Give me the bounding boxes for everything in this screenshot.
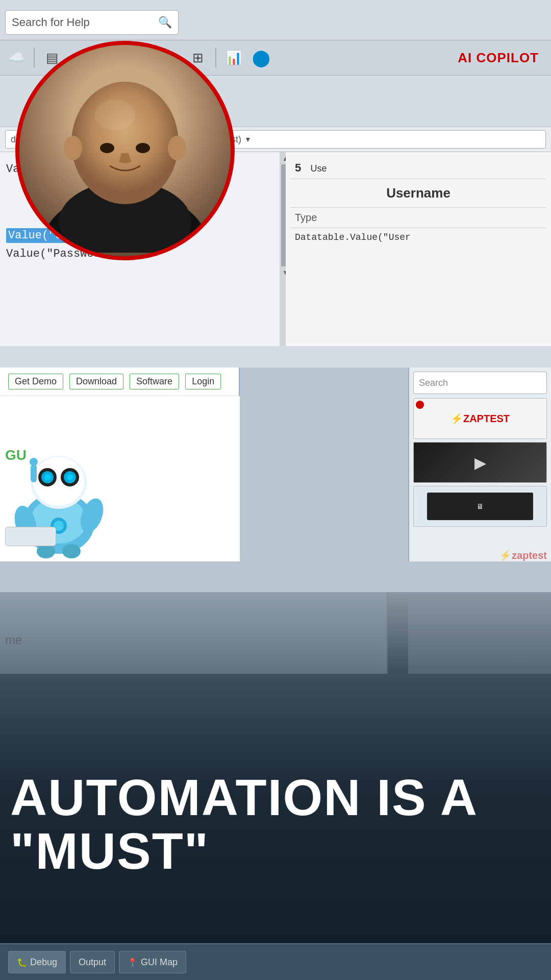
partial-text-me: me	[5, 633, 22, 647]
debug-tab-label: Debug	[30, 957, 57, 968]
monitor-icon: 🖥	[477, 502, 484, 510]
search-box-right[interactable]: Search	[413, 372, 547, 394]
status-tab-debug[interactable]: 🐛 Debug	[8, 951, 66, 973]
svg-point-17	[44, 474, 51, 480]
status-bar: 🐛 Debug Output 📍 GUI Map	[0, 943, 551, 980]
svg-point-20	[30, 458, 38, 466]
column-partial: Use	[311, 163, 327, 174]
zaptest-logo: ⚡ZAPTEST	[450, 412, 510, 425]
website-glimpse-right	[408, 592, 551, 674]
map-pin-icon: 📍	[128, 958, 138, 967]
status-tab-gui-map[interactable]: 📍 GUI Map	[119, 951, 186, 973]
data-row-number: 5 Use	[291, 157, 546, 179]
dropdown-arrow-2: ▼	[244, 135, 252, 143]
nav-software[interactable]: Software	[130, 374, 179, 389]
svg-point-25	[37, 544, 55, 558]
website-left-panel: Get Demo Download Software Login ⬆	[0, 368, 240, 561]
svg-point-5	[168, 136, 186, 160]
debug-icon: 🐛	[17, 958, 27, 967]
output-tab-label: Output	[79, 957, 106, 968]
portrait-container	[15, 41, 235, 260]
website-right-panel: Search ⚡ZAPTEST ▶ 🖥	[408, 368, 551, 561]
status-tab-output[interactable]: Output	[70, 951, 115, 973]
gui-label: GU	[5, 447, 27, 463]
play-icon: ▶	[474, 454, 486, 472]
search-icon: 🔍	[158, 16, 172, 29]
gui-map-tab-label: GUI Map	[141, 957, 178, 968]
nav-get-demo[interactable]: Get Demo	[8, 374, 63, 389]
svg-rect-19	[31, 464, 37, 482]
search-right-label: Search	[419, 378, 448, 388]
website-glimpse-left	[0, 592, 388, 674]
data-type-value: Datatable.Value("User	[291, 228, 546, 247]
thumbnail-3: 🖥	[413, 486, 547, 527]
search-bar[interactable]: Search for Help 🔍	[5, 10, 179, 35]
nav-download[interactable]: Download	[69, 374, 123, 389]
data-panel: 5 Use Username Type Datatable.Value("Use…	[286, 152, 551, 346]
svg-point-4	[64, 136, 82, 160]
website-nav: Get Demo Download Software Login	[0, 368, 239, 396]
portrait-circle	[15, 41, 235, 260]
svg-point-18	[67, 474, 73, 480]
headline-line-2: "MUST"	[10, 824, 541, 878]
middle-section: Get Demo Download Software Login ⬆	[0, 368, 551, 592]
robot-area: GU	[0, 396, 240, 561]
record-icon[interactable]: ⬤	[249, 45, 273, 70]
svg-point-8	[94, 100, 135, 130]
person-silhouette	[28, 48, 222, 253]
data-type-label: Type	[291, 208, 546, 228]
bottom-section: me AUTOMATION IS A "MUST" 🐛 Debug Output…	[0, 592, 551, 980]
thumbnail-2: ▶	[413, 442, 547, 483]
svg-point-6	[100, 143, 114, 153]
svg-point-3	[71, 82, 179, 204]
svg-point-7	[136, 143, 150, 153]
nav-login[interactable]: Login	[185, 374, 221, 389]
chat-bubble	[5, 527, 56, 546]
ai-copilot-button[interactable]: AI COPILOT	[449, 50, 547, 66]
top-section: Search for Help 🔍 ☁️ ▤ ≡ ⟨⟩ ⚙ 🔍 ⊞ 📊 ⬤ AI…	[0, 0, 551, 368]
svg-point-26	[62, 544, 81, 558]
data-column-header: Username	[291, 179, 546, 208]
thumbnail-1: ⚡ZAPTEST	[413, 398, 547, 439]
zaptest-bottom-logo: ⚡zaptest	[499, 549, 547, 561]
headline-line-1: AUTOMATION IS A	[10, 771, 541, 824]
search-bar-label: Search for Help	[12, 16, 90, 29]
automation-headline: AUTOMATION IS A "MUST"	[10, 771, 541, 878]
